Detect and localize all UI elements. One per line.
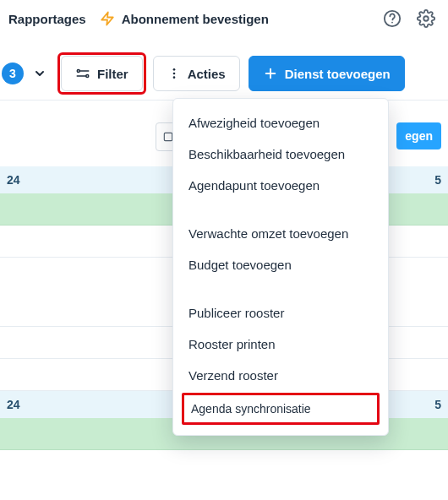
svg-point-7 (86, 75, 89, 78)
dots-vertical-icon (167, 66, 181, 81)
nav-confirm-label: Abonnement bevestigen (122, 12, 269, 26)
add-shift-button[interactable]: Dienst toevoegen (249, 56, 405, 91)
add-chip-partial[interactable]: egen (396, 122, 441, 149)
day-row-1-left: 24 (7, 173, 20, 187)
plus-icon (263, 66, 278, 81)
filter-count-badge[interactable]: 3 (2, 62, 24, 84)
svg-point-8 (172, 68, 175, 71)
header-bar: Rapportages Abonnement bevestigen (0, 0, 448, 37)
chevron-down-icon[interactable] (29, 61, 51, 86)
filter-label: Filter (97, 67, 128, 81)
bolt-icon (100, 11, 115, 26)
menu-item-agenda-sync[interactable]: Agenda synchronisatie (191, 402, 370, 416)
actions-label: Acties (188, 67, 226, 81)
svg-point-10 (172, 76, 175, 79)
menu-item-absence[interactable]: Afwezigheid toevoegen (173, 107, 388, 139)
menu-item-availability[interactable]: Beschikbaarheid toevoegen (173, 139, 388, 170)
svg-point-6 (77, 70, 79, 73)
filter-highlight: Filter (59, 54, 145, 93)
help-icon[interactable] (382, 8, 402, 29)
svg-point-3 (423, 16, 429, 21)
svg-rect-13 (164, 133, 172, 140)
day-row-1-right: 5 (434, 173, 441, 187)
filter-count-group: 3 (2, 61, 51, 86)
filter-button[interactable]: Filter (61, 56, 143, 91)
day-row-2-left: 24 (7, 398, 20, 411)
menu-item-send-roster[interactable]: Verzend rooster (173, 360, 388, 391)
add-shift-label: Dienst toevoegen (285, 67, 391, 81)
svg-marker-0 (101, 13, 113, 25)
actions-menu: Afwezigheid toevoegen Beschikbaarheid to… (172, 98, 389, 436)
gear-icon[interactable] (416, 8, 436, 29)
sliders-icon (75, 66, 90, 81)
menu-item-agenda-sync-highlight: Agenda synchronisatie (182, 393, 380, 425)
day-row-2-right: 5 (434, 398, 441, 411)
menu-item-expected-revenue[interactable]: Verwachte omzet toevoegen (173, 218, 388, 249)
menu-item-agenda-item[interactable]: Agendapunt toevoegen (173, 170, 388, 201)
nav-confirm-subscription[interactable]: Abonnement bevestigen (100, 11, 269, 26)
actions-button[interactable]: Acties (153, 56, 240, 91)
menu-item-budget[interactable]: Budget toevoegen (173, 249, 388, 280)
menu-item-publish-roster[interactable]: Publiceer rooster (173, 297, 388, 329)
svg-point-9 (172, 73, 175, 75)
nav-reports[interactable]: Rapportages (8, 12, 86, 26)
menu-item-print-roster[interactable]: Rooster printen (173, 329, 388, 360)
